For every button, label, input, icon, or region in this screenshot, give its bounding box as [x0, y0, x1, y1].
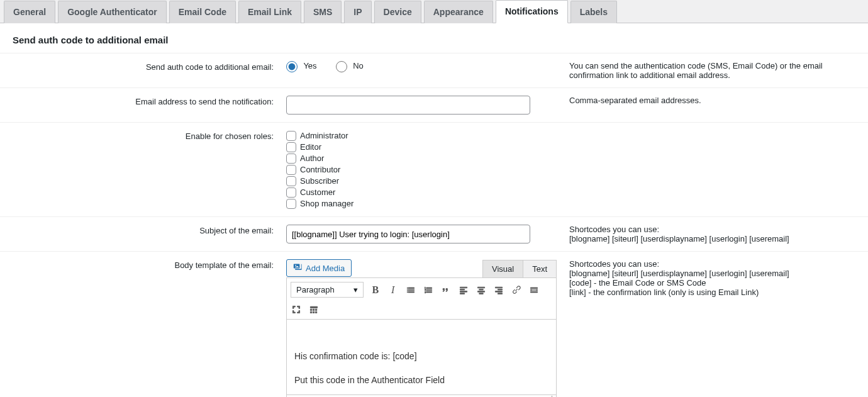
help-body: Shortcodes you can use: [blogname] [site…	[569, 252, 868, 398]
role-item: Administrator	[286, 130, 563, 141]
role-label: Shop manager	[300, 198, 353, 209]
input-subject[interactable]	[286, 225, 530, 243]
role-item: Shop manager	[286, 198, 563, 209]
role-checkbox-contributor[interactable]	[286, 165, 296, 175]
tab-email-link[interactable]: Email Link	[238, 1, 301, 23]
editor-tab-visual[interactable]: Visual	[482, 260, 523, 278]
readmore-icon[interactable]	[528, 284, 540, 296]
radio-no-wrap[interactable]: No	[336, 61, 364, 72]
input-email-address[interactable]	[286, 96, 530, 115]
radio-no[interactable]	[336, 61, 347, 72]
radio-no-label: No	[353, 61, 364, 70]
role-checkbox-author[interactable]	[286, 154, 296, 164]
chevron-down-icon: ▾	[353, 285, 358, 294]
tab-notifications[interactable]: Notifications	[496, 0, 568, 23]
help-send-email: You can send the authentication code (SM…	[569, 53, 868, 88]
role-checkbox-shop-manager[interactable]	[286, 199, 296, 209]
media-icon	[293, 262, 303, 274]
align-right-icon[interactable]	[493, 284, 504, 296]
role-item: Subscriber	[286, 176, 563, 186]
editor-line1: His confirmation code is: [code]	[294, 351, 548, 361]
numbered-list-icon[interactable]	[423, 284, 434, 296]
label-email-address: Email address to send the notification:	[0, 88, 286, 123]
tab-bar: GeneralGoogle AuthenticatorEmail CodeEma…	[0, 0, 868, 23]
align-left-icon[interactable]	[458, 284, 469, 296]
tab-google-authenticator[interactable]: Google Authenticator	[58, 1, 167, 23]
italic-icon[interactable]: I	[387, 284, 399, 296]
role-checkbox-subscriber[interactable]	[286, 176, 296, 186]
role-item: Editor	[286, 142, 563, 152]
role-item: Contributor	[286, 164, 563, 175]
role-list: AdministratorEditorAuthorContributorSubs…	[286, 130, 563, 209]
tab-sms[interactable]: SMS	[304, 1, 342, 23]
bold-icon[interactable]: B	[370, 284, 381, 296]
editor-toolbar: Paragraph ▾ B I	[286, 277, 557, 320]
tab-ip[interactable]: IP	[344, 1, 371, 23]
link-icon[interactable]	[511, 284, 522, 296]
section-heading: Send auth code to additional email	[0, 23, 868, 53]
label-body: Body template of the email:	[0, 252, 286, 398]
role-label: Author	[300, 153, 324, 164]
align-center-icon[interactable]	[476, 284, 487, 296]
label-roles: Enable for chosen roles:	[0, 123, 286, 217]
editor-tab-text[interactable]: Text	[523, 260, 557, 278]
editor-body[interactable]: His confirmation code is: [code] Put thi…	[286, 320, 557, 395]
tab-device[interactable]: Device	[374, 1, 421, 23]
fullscreen-icon[interactable]	[291, 304, 302, 315]
bullet-list-icon[interactable]	[405, 284, 416, 296]
radio-yes-wrap[interactable]: Yes	[286, 61, 317, 72]
role-checkbox-administrator[interactable]	[286, 131, 296, 141]
radio-yes-label: Yes	[303, 61, 316, 70]
blockquote-icon[interactable]	[440, 284, 452, 296]
role-checkbox-customer[interactable]	[286, 187, 296, 198]
format-select-label: Paragraph	[296, 285, 335, 294]
add-media-label: Add Media	[306, 264, 345, 273]
add-media-button[interactable]: Add Media	[286, 259, 352, 277]
role-label: Editor	[300, 142, 321, 152]
role-label: Contributor	[300, 164, 340, 175]
tab-email-code[interactable]: Email Code	[169, 1, 236, 23]
role-label: Customer	[300, 187, 335, 198]
radio-yes[interactable]	[286, 61, 298, 72]
editor-line2: Put this code in the Authenticator Field	[294, 375, 548, 385]
format-select[interactable]: Paragraph ▾	[291, 282, 364, 298]
toolbar-toggle-icon[interactable]	[308, 304, 320, 315]
role-label: Subscriber	[300, 176, 339, 186]
role-checkbox-editor[interactable]	[286, 142, 296, 152]
role-label: Administrator	[300, 130, 348, 141]
label-subject: Subject of the email:	[0, 217, 286, 252]
label-send-email: Send auth code to additional email:	[0, 53, 286, 88]
tab-general[interactable]: General	[4, 1, 55, 23]
tab-appearance[interactable]: Appearance	[424, 1, 493, 23]
role-item: Customer	[286, 187, 563, 198]
tab-labels[interactable]: Labels	[570, 1, 617, 23]
help-email-address: Comma-separated email addresses.	[569, 88, 868, 123]
role-item: Author	[286, 153, 563, 164]
help-subject: Shortcodes you can use: [blogname] [site…	[569, 217, 868, 252]
